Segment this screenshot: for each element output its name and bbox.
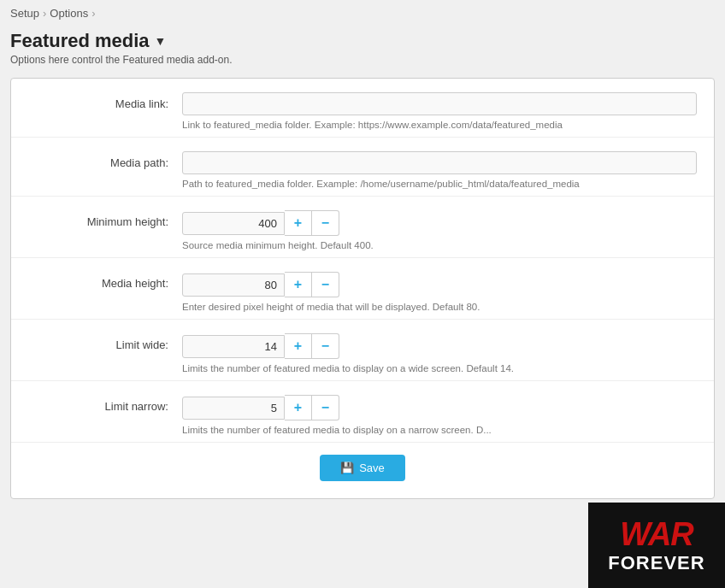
limit-narrow-group: + − bbox=[182, 395, 697, 420]
media-link-field: Link to featured_media folder. Example: … bbox=[182, 92, 697, 130]
watermark-forever: FOREVER bbox=[608, 553, 704, 573]
save-label: Save bbox=[359, 462, 385, 474]
limit-wide-input[interactable] bbox=[182, 335, 285, 358]
breadcrumb: Setup › Options › bbox=[0, 0, 725, 26]
media-link-hint: Link to featured_media folder. Example: … bbox=[182, 120, 697, 130]
watermark-text: WAR FOREVER bbox=[608, 517, 704, 573]
minimum-height-field: + − Source media minimum height. Default… bbox=[182, 210, 697, 250]
save-bar: 💾 Save bbox=[11, 443, 714, 481]
title-dropdown-icon[interactable]: ▼ bbox=[155, 34, 167, 48]
minimum-height-row: Minimum height: + − Source media minimum… bbox=[11, 197, 714, 258]
page-title: Featured media ▼ bbox=[10, 30, 715, 52]
minimum-height-label: Minimum height: bbox=[28, 210, 182, 228]
limit-wide-decrement[interactable]: − bbox=[312, 333, 339, 359]
breadcrumb-sep-2: › bbox=[91, 7, 95, 20]
limit-narrow-label: Limit narrow: bbox=[28, 395, 182, 413]
breadcrumb-setup[interactable]: Setup bbox=[10, 7, 39, 20]
media-link-input[interactable] bbox=[182, 92, 697, 115]
limit-narrow-decrement[interactable]: − bbox=[312, 395, 339, 420]
media-height-group: + − bbox=[182, 272, 697, 297]
media-height-input[interactable] bbox=[182, 273, 285, 297]
limit-narrow-field: + − Limits the number of featured media … bbox=[182, 395, 697, 435]
media-link-row: Media link: Link to featured_media folde… bbox=[11, 79, 714, 138]
limit-wide-row: Limit wide: + − Limits the number of fea… bbox=[11, 320, 714, 381]
media-path-row: Media path: Path to featured_media folde… bbox=[11, 138, 714, 197]
limit-wide-label: Limit wide: bbox=[28, 333, 182, 351]
watermark-war: WAR bbox=[608, 517, 704, 553]
minimum-height-group: + − bbox=[182, 210, 697, 236]
page-title-text: Featured media bbox=[10, 30, 150, 52]
media-height-row: Media height: + − Enter desired pixel he… bbox=[11, 258, 714, 320]
limit-narrow-input[interactable] bbox=[182, 397, 285, 420]
media-link-label: Media link: bbox=[28, 92, 182, 110]
limit-wide-group: + − bbox=[182, 333, 697, 359]
media-path-input[interactable] bbox=[182, 151, 697, 174]
media-path-hint: Path to featured_media folder. Example: … bbox=[182, 179, 697, 189]
page-header: Featured media ▼ Options here control th… bbox=[0, 26, 725, 71]
limit-narrow-increment[interactable]: + bbox=[285, 395, 312, 420]
save-icon: 💾 bbox=[340, 462, 354, 474]
breadcrumb-sep-1: › bbox=[43, 7, 46, 20]
minimum-height-input[interactable] bbox=[182, 212, 285, 235]
media-height-label: Media height: bbox=[28, 272, 182, 290]
media-path-label: Media path: bbox=[28, 151, 182, 169]
page-subtitle: Options here control the Featured media … bbox=[10, 54, 715, 66]
limit-wide-hint: Limits the number of featured media to d… bbox=[182, 363, 697, 373]
media-path-field: Path to featured_media folder. Example: … bbox=[182, 151, 697, 189]
limit-wide-field: + − Limits the number of featured media … bbox=[182, 333, 697, 373]
minimum-height-increment[interactable]: + bbox=[285, 210, 312, 236]
media-height-increment[interactable]: + bbox=[285, 272, 312, 297]
media-height-decrement[interactable]: − bbox=[312, 272, 339, 297]
watermark: WAR FOREVER bbox=[588, 503, 725, 588]
limit-narrow-row: Limit narrow: + − Limits the number of f… bbox=[11, 381, 714, 443]
options-panel: Media link: Link to featured_media folde… bbox=[10, 78, 715, 499]
breadcrumb-options[interactable]: Options bbox=[50, 7, 88, 20]
limit-narrow-hint: Limits the number of featured media to d… bbox=[182, 425, 697, 435]
minimum-height-hint: Source media minimum height. Default 400… bbox=[182, 240, 697, 250]
limit-wide-increment[interactable]: + bbox=[285, 333, 312, 359]
save-button[interactable]: 💾 Save bbox=[320, 455, 405, 481]
media-height-field: + − Enter desired pixel height of media … bbox=[182, 272, 697, 312]
minimum-height-decrement[interactable]: − bbox=[312, 210, 339, 236]
media-height-hint: Enter desired pixel height of media that… bbox=[182, 302, 697, 312]
